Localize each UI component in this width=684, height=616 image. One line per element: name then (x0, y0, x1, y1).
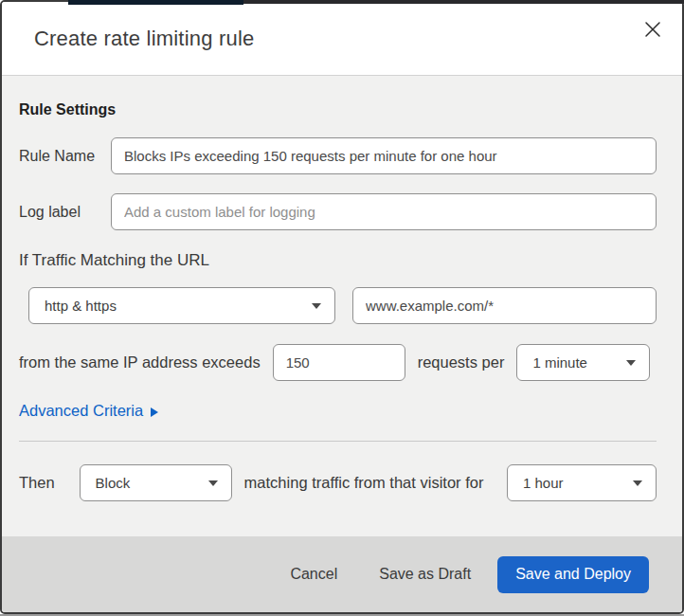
action-select-value: Block (96, 475, 131, 491)
save-and-deploy-button[interactable]: Save and Deploy (497, 556, 649, 593)
modal-header: Create rate limiting rule (2, 2, 682, 75)
duration-select[interactable]: 1 hour (507, 464, 657, 501)
section-divider (19, 441, 657, 442)
duration-select-value: 1 hour (523, 475, 564, 491)
cancel-button[interactable]: Cancel (269, 558, 358, 590)
close-button[interactable] (640, 17, 665, 42)
then-row: Then Block matching traffic from that vi… (19, 464, 657, 501)
request-count-input[interactable] (273, 344, 405, 381)
screen: Create rate limiting rule Rule Settings … (0, 0, 684, 616)
rule-settings-heading: Rule Settings (19, 101, 657, 118)
url-input[interactable] (352, 287, 657, 324)
traffic-match-heading: If Traffic Matching the URL (19, 251, 657, 270)
modal-title: Create rate limiting rule (34, 27, 254, 51)
background-page-strip-dark (243, 0, 684, 4)
rule-name-row: Rule Name (19, 137, 657, 174)
chevron-down-icon (626, 360, 636, 366)
create-rate-limiting-rule-modal: Create rate limiting rule Rule Settings … (0, 0, 684, 614)
threshold-prefix-text: from the same IP address exceeds (19, 353, 261, 371)
save-as-draft-button[interactable]: Save as Draft (358, 558, 492, 590)
chevron-down-icon (208, 480, 218, 486)
then-label: Then (19, 474, 55, 492)
chevron-right-icon (151, 408, 158, 417)
advanced-criteria-link[interactable]: Advanced Criteria (19, 402, 158, 420)
period-select[interactable]: 1 minute (516, 344, 650, 381)
then-middle-text: matching traffic from that visitor for (244, 474, 484, 492)
threshold-row: from the same IP address exceeds request… (19, 344, 657, 381)
threshold-middle-text: requests per (418, 353, 505, 371)
modal-body: Rule Settings Rule Name Log label If Tra… (2, 75, 682, 536)
log-label-row: Log label (19, 193, 657, 230)
rule-name-input[interactable] (111, 137, 657, 174)
advanced-criteria-label: Advanced Criteria (19, 402, 143, 420)
chevron-down-icon (312, 303, 321, 309)
chevron-down-icon (633, 480, 642, 486)
scheme-select[interactable]: http & https (28, 287, 335, 324)
traffic-match-row: http & https (28, 287, 657, 324)
modal-footer: Cancel Save as Draft Save and Deploy (2, 536, 682, 612)
close-icon (644, 21, 661, 38)
log-label-input[interactable] (111, 193, 657, 230)
period-select-value: 1 minute (532, 354, 587, 371)
log-label-label: Log label (19, 204, 111, 221)
scheme-select-value: http & https (45, 298, 117, 314)
action-select[interactable]: Block (80, 464, 232, 501)
background-page-strip-navy (68, 0, 243, 5)
rule-name-label: Rule Name (19, 148, 111, 165)
